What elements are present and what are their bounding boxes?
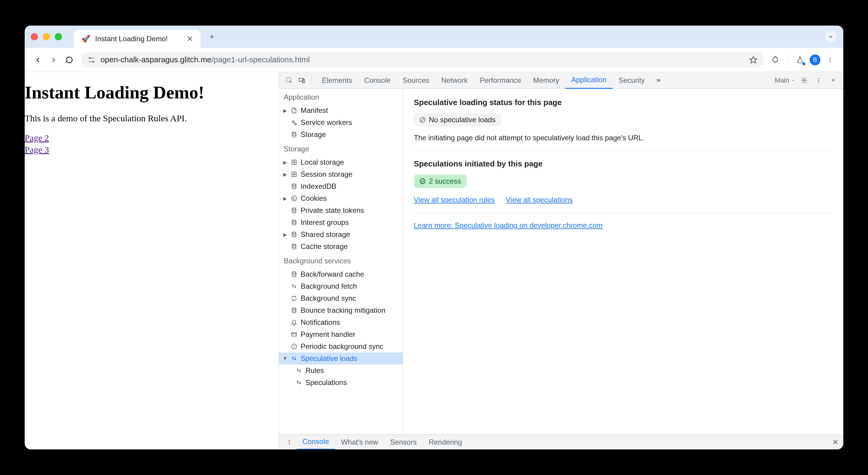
minimize-window[interactable]	[43, 33, 50, 40]
browser-window: 🚀 Instant Loading Demo! ✕ + open-chalk-a…	[25, 26, 843, 449]
status-note: The initiating page did not attempt to s…	[414, 133, 833, 142]
initiated-section-title: Speculations initiated by this page	[414, 159, 833, 169]
content-area: Instant Loading Demo! This is a demo of …	[25, 72, 843, 449]
tab-favicon: 🚀	[81, 35, 90, 43]
grid-icon	[290, 170, 298, 178]
sidebar-item-label: Cache storage	[301, 242, 348, 251]
db-icon	[290, 306, 298, 315]
sidebar-item-label: Session storage	[301, 170, 352, 178]
view-speculations-link[interactable]: View all speculations	[506, 196, 573, 204]
tab-close-icon[interactable]: ✕	[187, 34, 193, 43]
address-bar[interactable]: open-chalk-asparagus.glitch.me/page1-url…	[81, 52, 764, 68]
inspect-icon[interactable]	[284, 75, 294, 86]
sidebar-item-indexeddb[interactable]: IndexedDB	[279, 180, 403, 192]
sidebar-item-back-forward-cache[interactable]: Back/forward cache	[279, 268, 403, 280]
updown-icon	[294, 366, 303, 375]
back-button[interactable]	[32, 54, 44, 66]
link-separator: ·	[500, 197, 501, 203]
sidebar-item-payment-handler[interactable]: Payment handler	[279, 328, 403, 340]
clock-icon	[290, 342, 298, 351]
sidebar-item-notifications[interactable]: Notifications	[279, 316, 403, 328]
svg-point-9	[818, 78, 819, 79]
settings-icon[interactable]	[799, 75, 810, 86]
svg-point-27	[292, 308, 296, 310]
svg-point-2	[830, 57, 831, 58]
drawer-tab-what-s-new[interactable]: What's new	[335, 435, 384, 450]
svg-point-17	[292, 184, 296, 186]
devtools-tab-performance[interactable]: Performance	[474, 72, 527, 89]
application-sidebar: Application▶ManifestService workersStora…	[279, 89, 403, 434]
sidebar-item-label: IndexedDB	[301, 182, 337, 190]
file-icon	[290, 106, 298, 115]
sidebar-item-speculative-loads[interactable]: ▼Speculative loads	[279, 353, 403, 364]
sidebar-item-cookies[interactable]: ▶Cookies	[279, 192, 403, 204]
svg-point-33	[289, 442, 289, 443]
bookmark-icon[interactable]	[749, 56, 757, 64]
devtools-tab-security[interactable]: Security	[613, 72, 651, 89]
drawer-tab-rendering[interactable]: Rendering	[423, 435, 468, 450]
sidebar-item-storage[interactable]: Storage	[279, 128, 403, 141]
page-viewport: Instant Loading Demo! This is a demo of …	[25, 72, 279, 449]
sidebar-item-private-state-tokens[interactable]: Private state tokens	[279, 204, 403, 216]
window-controls	[31, 33, 62, 40]
view-rules-link[interactable]: View all speculation rules	[414, 196, 495, 204]
sidebar-item-interest-groups[interactable]: Interest groups	[279, 216, 403, 229]
devtools-tabs: ElementsConsoleSourcesNetworkPerformance…	[279, 72, 843, 89]
sidebar-item-periodic-background-sync[interactable]: Periodic background sync	[279, 340, 403, 353]
devtools-tab-application[interactable]: Application	[565, 72, 613, 89]
forward-button[interactable]	[48, 54, 60, 66]
svg-point-26	[292, 272, 296, 274]
devtools-tab-elements[interactable]: Elements	[316, 72, 358, 89]
sidebar-item-background-fetch[interactable]: Background fetch	[279, 280, 403, 292]
sidebar-item-local-storage[interactable]: ▶Local storage	[279, 156, 403, 168]
devtools-close-icon[interactable]: ✕	[828, 75, 838, 86]
devtools-tab-sources[interactable]: Sources	[397, 72, 435, 89]
svg-rect-28	[292, 333, 297, 336]
devtools-tab-console[interactable]: Console	[358, 72, 397, 89]
frame-selector[interactable]: Main	[775, 77, 795, 84]
learn-more-link[interactable]: Learn more: Speculative loading on devel…	[414, 221, 602, 229]
sidebar-section-header: Storage	[279, 141, 403, 156]
reload-button[interactable]	[63, 54, 75, 66]
sidebar-item-label: Background sync	[301, 294, 356, 302]
devtools-menu-icon[interactable]	[813, 75, 824, 86]
sidebar-item-shared-storage[interactable]: ▶Shared storage	[279, 229, 403, 240]
chrome-menu-icon[interactable]	[824, 54, 836, 66]
svg-point-12	[292, 121, 294, 123]
tab-title: Instant Loading Demo!	[95, 35, 182, 43]
status-badge: No speculative loads	[414, 113, 501, 126]
drawer-menu-icon[interactable]	[284, 437, 294, 448]
more-tabs-icon[interactable]	[652, 75, 663, 86]
devtools-tab-memory[interactable]: Memory	[527, 72, 565, 89]
db-icon	[290, 182, 298, 190]
tree-arrow-icon: ▼	[283, 356, 287, 361]
profile-avatar[interactable]: B	[810, 55, 820, 65]
drawer-close-icon[interactable]: ✕	[833, 438, 838, 446]
svg-point-22	[292, 208, 296, 210]
sidebar-item-session-storage[interactable]: ▶Session storage	[279, 168, 403, 180]
sidebar-item-bounce-tracking-mitigation[interactable]: Bounce tracking mitigation	[279, 304, 403, 316]
sidebar-item-speculations[interactable]: Speculations	[279, 377, 403, 389]
close-window[interactable]	[31, 33, 38, 40]
experiments-icon[interactable]	[794, 54, 806, 66]
browser-tab[interactable]: 🚀 Instant Loading Demo! ✕	[74, 30, 200, 48]
sidebar-item-manifest[interactable]: ▶Manifest	[279, 105, 403, 117]
svg-point-0	[89, 58, 90, 59]
sidebar-item-background-sync[interactable]: Background sync	[279, 292, 403, 304]
sidebar-item-label: Payment handler	[301, 330, 355, 339]
drawer-tab-sensors[interactable]: Sensors	[384, 435, 423, 450]
new-tab-button[interactable]: +	[205, 30, 218, 43]
page-link[interactable]: Page 3	[25, 145, 49, 154]
page-link[interactable]: Page 2	[25, 133, 49, 143]
drawer-tab-console[interactable]: Console	[297, 435, 335, 450]
svg-point-1	[93, 61, 94, 62]
device-toggle-icon[interactable]	[297, 75, 307, 86]
tabs-dropdown[interactable]	[825, 31, 836, 42]
site-settings-icon[interactable]	[87, 56, 96, 64]
maximize-window[interactable]	[55, 33, 62, 40]
devtools-tab-network[interactable]: Network	[435, 72, 474, 89]
sidebar-item-rules[interactable]: Rules	[279, 364, 403, 377]
sidebar-item-service-workers[interactable]: Service workers	[279, 117, 403, 128]
sidebar-item-cache-storage[interactable]: Cache storage	[279, 240, 403, 253]
extensions-icon[interactable]	[770, 54, 782, 66]
